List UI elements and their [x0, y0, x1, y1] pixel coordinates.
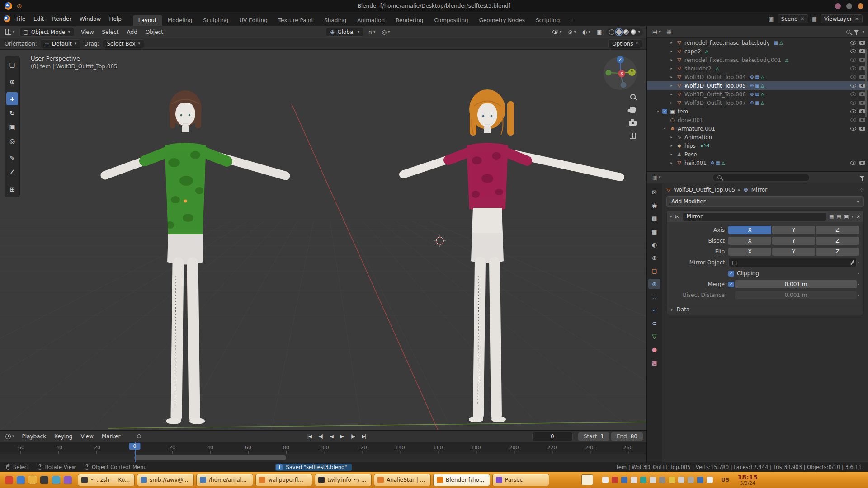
visibility-eye-icon[interactable] [850, 92, 856, 96]
tray-widget[interactable] [581, 474, 593, 485]
gizmo-neg-y-ball[interactable] [606, 70, 612, 76]
expand-arrow-icon[interactable]: ▾ [662, 127, 667, 131]
window-close-button[interactable] [858, 3, 863, 9]
tool-move[interactable]: + [6, 92, 18, 105]
workspace-tab-shading[interactable]: Shading [319, 15, 352, 26]
menu-render[interactable]: Render [48, 14, 75, 23]
viewport-menu-object[interactable]: Object [142, 28, 167, 37]
particles-properties-tab[interactable]: ∴ [648, 292, 660, 302]
render-properties-tab[interactable]: ◉ [648, 200, 660, 211]
breadcrumb-object[interactable]: Wolf3D_Outfit_Top.005 [674, 187, 735, 193]
physics-properties-tab[interactable]: ≈ [648, 305, 660, 315]
object-visibility-dropdown[interactable] [551, 29, 564, 35]
add-modifier-button[interactable]: Add Modifier [666, 196, 864, 207]
render-visibility-icon[interactable] [859, 41, 865, 45]
tool-transform[interactable]: ◎ [6, 134, 18, 147]
render-visibility-icon[interactable] [859, 66, 865, 70]
outliner-row-wolf3d-outfit-top-004[interactable]: ▸▽Wolf3D_Outfit_Top.004⊛▦△ [647, 73, 868, 81]
expand-arrow-icon[interactable]: ▸ [669, 152, 674, 156]
next-keyframe-button[interactable]: |▶ [348, 433, 357, 440]
expand-arrow-icon[interactable]: ▸ [669, 84, 674, 88]
tray-icon[interactable] [688, 477, 694, 483]
workspace-add-button[interactable]: + [565, 15, 577, 26]
visibility-eye-icon[interactable] [850, 109, 856, 113]
tray-icon[interactable] [669, 477, 675, 483]
outliner-row-animation[interactable]: ▸∿Animation [647, 133, 868, 141]
render-visibility-icon[interactable] [859, 118, 865, 122]
expand-arrow-icon[interactable]: ▸ [669, 101, 674, 105]
outliner-row-wolf3d-outfit-top-006[interactable]: ▸▽Wolf3D_Outfit_Top.006⊛▦△ [647, 90, 868, 99]
axis-y-button[interactable]: Y [772, 226, 815, 234]
merge-value-field[interactable]: 0.001 m [735, 280, 857, 288]
pan-hand-icon[interactable] [630, 107, 636, 113]
tool-tweak-select[interactable]: ▢ [6, 58, 18, 71]
scene-unlink-icon[interactable] [800, 16, 804, 21]
outliner-filter-icon[interactable] [854, 30, 859, 33]
visibility-eye-icon[interactable] [850, 118, 856, 122]
app-menu-launcher-icon[interactable] [4, 474, 14, 486]
visibility-eye-icon[interactable] [850, 58, 856, 62]
visibility-eye-icon[interactable] [850, 127, 856, 131]
outliner-row-remodel-fixed-masc-bake-body-001[interactable]: ▸▽remodel_fixed.masc_bake.body.001△ [647, 56, 868, 64]
expand-arrow-icon[interactable]: ▸ [669, 58, 674, 62]
outliner-editor-dropdown[interactable] [651, 28, 663, 35]
expand-arrow-icon[interactable]: ▸ [669, 161, 674, 165]
flip-x-button[interactable]: X [728, 248, 771, 256]
tray-icon[interactable] [697, 477, 703, 483]
timeline-menu-keying[interactable]: Keying [50, 432, 76, 441]
view-layer-properties-tab[interactable]: ▦ [648, 226, 660, 237]
mirror-object-field[interactable] [728, 258, 857, 267]
timeline-track-area[interactable]: -60-40-200204060801001201401601802002202… [0, 442, 646, 462]
display-mode-icon[interactable] [666, 29, 671, 34]
scene-browse-icon[interactable] [769, 16, 774, 22]
play-button[interactable]: ▶ [338, 433, 346, 440]
workspace-tab-sculpting[interactable]: Sculpting [198, 15, 234, 26]
render-visibility-icon[interactable] [859, 109, 865, 113]
timeline-menu-view[interactable]: View [76, 432, 97, 441]
world-properties-tab[interactable]: ⊚ [648, 253, 660, 263]
blender-logo-icon[interactable] [5, 2, 12, 10]
panel-expand-icon[interactable] [670, 215, 672, 219]
window-settings-icon[interactable] [17, 3, 22, 9]
properties-filter-icon[interactable] [860, 176, 864, 179]
shading-material-button[interactable] [623, 29, 629, 35]
timeline-ruler[interactable]: -60-40-200204060801001201401601802002202… [0, 442, 646, 454]
editor-launcher-icon[interactable] [51, 474, 61, 486]
visibility-eye-icon[interactable] [850, 161, 856, 165]
outliner-search-icon[interactable] [846, 30, 850, 34]
workspace-tab-animation[interactable]: Animation [352, 15, 390, 26]
tray-icon[interactable] [621, 477, 627, 483]
viewlayer-remove-icon[interactable] [855, 16, 859, 21]
zoom-icon[interactable] [630, 94, 636, 99]
snap-toggle[interactable] [366, 28, 377, 36]
browser-launcher-icon[interactable] [15, 474, 26, 486]
taskbar-window-home-amal[interactable]: /home/amal... [196, 474, 253, 486]
navigation-gizmo[interactable]: Z Y X [601, 52, 639, 94]
ortho-toggle-icon[interactable] [630, 133, 636, 139]
expand-arrow-icon[interactable]: ▸ [669, 144, 674, 148]
visibility-eye-icon[interactable] [850, 66, 856, 70]
tray-icon[interactable] [602, 477, 609, 483]
workspace-tab-uv-editing[interactable]: UV Editing [234, 15, 273, 26]
render-visibility-icon[interactable] [859, 161, 865, 165]
outliner-row-cape2[interactable]: ▸▽cape2△ [647, 47, 868, 56]
timeline-menu-playback[interactable]: Playback [18, 432, 51, 441]
bisect-y-button[interactable]: Y [772, 237, 815, 245]
3d-viewport[interactable]: User Perspective (0) fem | Wolf3D_Outfit… [0, 50, 646, 430]
shading-wireframe-button[interactable] [609, 29, 614, 35]
axis-z-button[interactable]: Z [816, 226, 859, 234]
expand-arrow-icon[interactable]: ▸ [669, 135, 674, 139]
constraints-properties-tab[interactable]: ⊂ [648, 318, 660, 328]
play-reverse-button[interactable]: ◀ [328, 433, 335, 440]
jump-to-end-button[interactable]: ▶| [359, 433, 368, 440]
tool-scale[interactable]: ▣ [6, 120, 18, 133]
breadcrumb-modifier[interactable]: Mirror [751, 187, 767, 193]
options-dropdown[interactable]: Options [608, 39, 642, 48]
outliner-row-armature-001[interactable]: ▾⋔Armature.001 [647, 124, 868, 133]
media-player-launcher-icon[interactable] [62, 474, 73, 486]
object-properties-tab[interactable]: ▢ [648, 266, 660, 276]
toggle-xray-button[interactable] [595, 28, 604, 36]
visibility-eye-icon[interactable] [850, 101, 856, 105]
render-visibility-icon[interactable] [859, 75, 865, 79]
taskbar-window-twily-info[interactable]: twily.info ~/ ... [315, 474, 372, 486]
